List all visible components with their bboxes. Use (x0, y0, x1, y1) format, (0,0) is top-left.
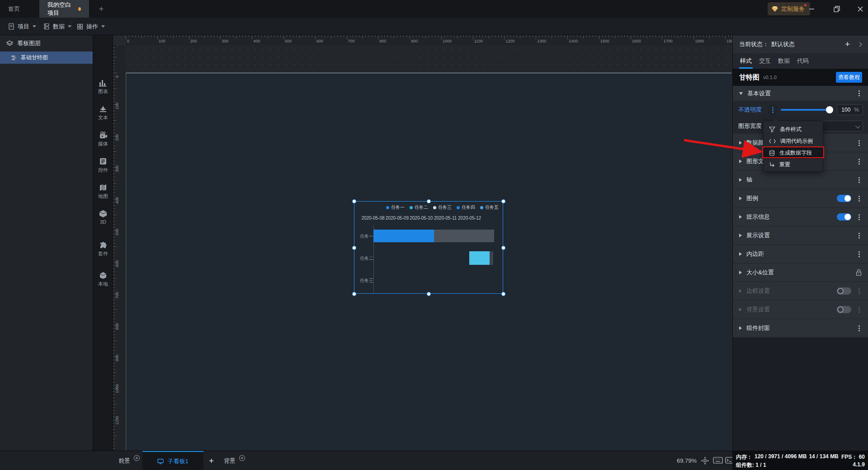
v-ruler-label: 200 (115, 134, 119, 141)
gantt-bar-segment[interactable] (373, 230, 434, 242)
inspector-tab-交互[interactable]: 交互 (759, 53, 771, 69)
legend-item[interactable]: 任务三 (433, 204, 452, 211)
kebab-menu-icon[interactable] (856, 176, 862, 183)
menu-data[interactable]: 数据 (43, 18, 71, 35)
section-背景设置[interactable]: 背景设置 (733, 301, 868, 319)
strip-item-本地[interactable]: 本地 (93, 271, 113, 287)
section-图例[interactable]: 图例 (733, 189, 868, 208)
section-内边距[interactable]: 内边距 (733, 245, 868, 263)
section-边框设置[interactable]: 边框设置 (733, 282, 868, 301)
inspector-tab-数据[interactable]: 数据 (778, 53, 790, 69)
selection-handle[interactable] (427, 199, 431, 203)
ruler-tick (245, 35, 246, 37)
selection-handle[interactable] (352, 199, 356, 203)
v-ruler-label: 700 (115, 291, 119, 298)
h-ruler-label: 1500 (600, 39, 609, 43)
section-提示信息[interactable]: 提示信息 (733, 208, 868, 226)
strip-item-控件[interactable]: 控件 (93, 157, 113, 174)
kebab-menu-icon[interactable] (856, 232, 862, 239)
kebab-menu-icon[interactable] (856, 306, 862, 313)
ruler-tick (719, 35, 719, 37)
design-canvas[interactable]: 0100200300400500600700800900100011001200… (113, 35, 732, 451)
opacity-slider[interactable] (781, 107, 832, 113)
maximize-button[interactable] (826, 0, 847, 18)
tab-project[interactable]: 我的空白项目 (39, 0, 89, 18)
tab-home[interactable]: 首页 (0, 0, 28, 18)
kebab-menu-icon[interactable] (856, 287, 862, 295)
legend-item[interactable]: 任务一 (386, 204, 405, 211)
legend-item[interactable]: 任务二 (410, 204, 428, 211)
bottom-bar: 前景 + 子看板1 + 背景 + 69.79% 内存： 120 / 3971 /… (0, 451, 868, 470)
strip-item-3D[interactable]: 3D (93, 210, 113, 225)
opacity-value-box[interactable]: 100 % (837, 104, 863, 115)
slider-thumb[interactable] (826, 106, 833, 113)
add-foreground-icon[interactable]: + (134, 455, 140, 461)
state-expand-chevron-icon[interactable] (859, 42, 862, 47)
kebab-menu-icon[interactable] (856, 324, 862, 332)
kebab-menu-icon[interactable] (856, 90, 862, 97)
menu-project[interactable]: 项目 (8, 18, 36, 35)
context-menu-item-条件样式[interactable]: 条件样式 (764, 123, 823, 135)
opacity-kebab-button[interactable] (769, 104, 777, 116)
selection-handle[interactable] (352, 292, 356, 296)
legend-item[interactable]: 任务四 (457, 204, 475, 211)
add-board-button[interactable]: + (209, 451, 214, 470)
kebab-menu-icon[interactable] (856, 250, 862, 258)
ruler-tick (558, 35, 558, 37)
toggle-on[interactable] (837, 213, 851, 221)
section-大小&位置[interactable]: 大小&位置 (733, 263, 868, 282)
context-menu-item-调用代码示例[interactable]: 调用代码示例 (764, 135, 823, 147)
shortcut-keys-button[interactable] (713, 457, 723, 464)
fit-screen-button[interactable] (701, 457, 709, 465)
toggle-on[interactable] (837, 195, 851, 202)
strip-item-地图[interactable]: 地图 (93, 183, 113, 200)
inspector-tab-代码[interactable]: 代码 (797, 53, 809, 69)
ruler-tick (438, 35, 439, 37)
strip-item-套件[interactable]: 套件 (93, 241, 113, 257)
background-button[interactable]: 背景 (224, 451, 236, 470)
v-ruler-label: 100 (115, 103, 119, 109)
toggle-off[interactable] (837, 287, 851, 295)
ruler-tick (684, 35, 684, 37)
selection-handle[interactable] (501, 199, 505, 203)
tutorial-button[interactable]: 查看教程 (836, 72, 862, 83)
context-menu-item-重置[interactable]: 重置 (764, 159, 823, 170)
menu-operate[interactable]: 操作 (77, 18, 105, 35)
board-tab[interactable]: 子看板1 (142, 451, 203, 470)
ruler-tick (400, 35, 401, 37)
strip-item-图表[interactable]: 图表 (93, 79, 113, 95)
new-tab-button[interactable]: + (93, 0, 109, 18)
add-background-icon[interactable]: + (239, 455, 245, 461)
kebab-menu-icon[interactable] (856, 195, 862, 202)
selection-handle[interactable] (501, 246, 505, 250)
ruler-tick (113, 193, 115, 193)
section-组件封面[interactable]: 组件封面 (733, 319, 868, 338)
legend-item[interactable]: 任务五 (480, 204, 499, 211)
section-轴[interactable]: 轴 (733, 171, 868, 189)
inspector-panel: 当前状态： 默认状态 + 样式交互数据代码 甘特图 v0.1.0 查看教程 基本… (732, 35, 868, 451)
toggle-off[interactable] (837, 306, 851, 313)
lock-icon[interactable] (855, 269, 862, 276)
gantt-chart-component[interactable]: 任务一任务二任务三任务四任务五2020-05-082020-05-092020-… (354, 201, 503, 294)
strip-item-媒体[interactable]: 媒体 (93, 131, 113, 147)
gantt-bar-segment[interactable] (469, 251, 490, 265)
add-state-button[interactable]: + (845, 39, 850, 49)
zoom-level[interactable]: 69.79% (677, 451, 697, 470)
ruler-tick (473, 35, 473, 39)
gantt-bar-segment[interactable] (434, 230, 495, 242)
section-展示设置[interactable]: 展示设置 (733, 226, 868, 245)
selection-handle[interactable] (427, 292, 431, 296)
strip-item-文本[interactable]: 文本 (93, 105, 113, 121)
kebab-menu-icon[interactable] (856, 158, 862, 165)
layer-item-gantt[interactable]: 基础甘特图 (0, 52, 93, 64)
kebab-menu-icon[interactable] (856, 139, 862, 146)
section-basic-settings[interactable]: 基本设置 (733, 86, 868, 101)
minimize-button[interactable] (801, 0, 822, 18)
selection-handle[interactable] (501, 292, 505, 296)
foreground-button[interactable]: 前景 (118, 451, 130, 470)
inspector-tab-样式[interactable]: 样式 (740, 53, 752, 69)
gantt-bar-segment[interactable] (490, 251, 493, 265)
selection-handle[interactable] (352, 246, 356, 250)
kebab-menu-icon[interactable] (856, 213, 862, 221)
close-button[interactable] (850, 0, 868, 18)
